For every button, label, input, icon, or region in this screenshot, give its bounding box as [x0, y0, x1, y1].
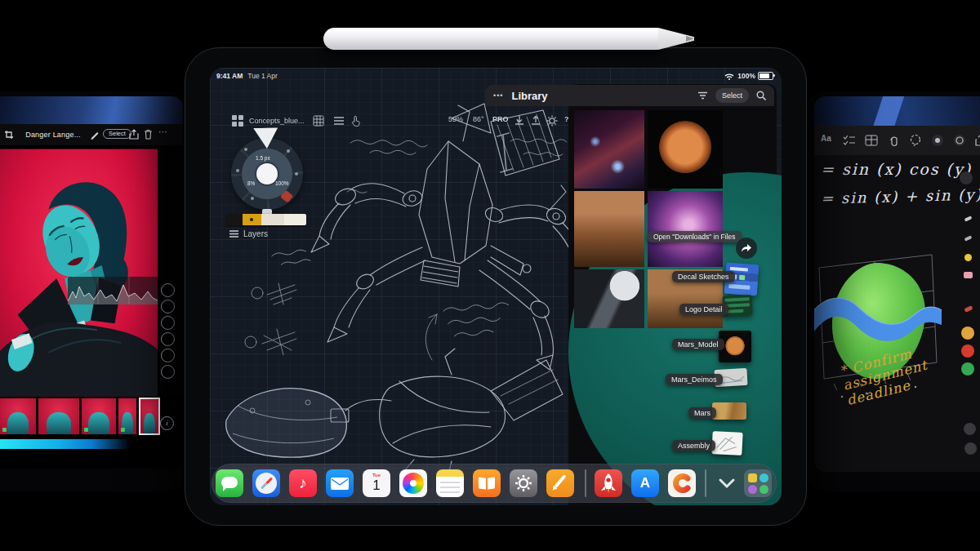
dock-icon-books[interactable]	[473, 469, 501, 497]
crop-tool-icon[interactable]	[161, 316, 175, 330]
zoom-level[interactable]: 59%	[448, 115, 463, 123]
dock-icon-music[interactable]: ♪	[289, 469, 317, 497]
dock-icon-draw[interactable]	[546, 469, 574, 497]
pen-red-icon[interactable]	[964, 305, 973, 313]
app-library-icon[interactable]	[744, 469, 772, 497]
checklist-icon[interactable]	[843, 134, 856, 147]
dock-icon-notes[interactable]	[436, 469, 464, 497]
info-icon[interactable]: i	[160, 416, 174, 430]
drag-item-label[interactable]: Mars_Deimos	[666, 374, 723, 385]
pen-icon[interactable]	[90, 130, 100, 140]
scene: Danger Lange... Select ⋯	[0, 0, 980, 551]
color-bar[interactable]	[226, 214, 306, 225]
filmstrip-thumb-selected[interactable]	[139, 398, 160, 435]
color-swatch-cream[interactable]	[261, 214, 284, 225]
filters-icon[interactable]	[161, 300, 175, 313]
dock-icon-rocket[interactable]	[595, 469, 622, 497]
dock-icon-safari[interactable]	[252, 469, 280, 497]
settings-icon[interactable]	[546, 115, 558, 127]
layers-label: Layers	[243, 229, 268, 238]
library-header: ••• Library Select	[485, 85, 774, 106]
color-red[interactable]	[961, 344, 974, 358]
marker-yellow-icon[interactable]	[964, 254, 972, 261]
drag-item-label[interactable]: Assembly	[672, 440, 715, 451]
color-amber[interactable]	[961, 327, 974, 340]
drag-item-label[interactable]: Mars	[688, 407, 716, 419]
battery-icon	[758, 72, 773, 80]
photo-telescope[interactable]	[574, 269, 644, 328]
drag-thumb-mars[interactable]	[712, 402, 746, 420]
pencil-tool-icon[interactable]	[964, 216, 973, 221]
battery-percent: 100%	[737, 72, 755, 80]
filmstrip-thumb[interactable]	[38, 398, 79, 434]
dock-icon-photos[interactable]	[399, 469, 427, 497]
shape-icon[interactable]	[953, 134, 966, 147]
drag-thumb-assembly[interactable]	[711, 431, 742, 455]
search-icon[interactable]	[756, 91, 766, 100]
left-wallpaper	[0, 96, 183, 124]
brush-icon[interactable]	[161, 349, 175, 362]
center-ipad-screen: 9:41 AM Tue 1 Apr 100%	[210, 68, 782, 505]
more-icon[interactable]: ⋯	[158, 127, 167, 137]
lasso-icon[interactable]	[909, 134, 922, 147]
rotation-value[interactable]: 86°	[473, 115, 484, 123]
text-format-icon[interactable]: Aa	[821, 134, 834, 147]
edited-photo	[0, 149, 158, 397]
color-swatch-black[interactable]	[226, 214, 243, 225]
help-button[interactable]: ?	[564, 115, 569, 123]
color-swatch-gold-selected[interactable]	[243, 214, 261, 225]
drag-item-label[interactable]: Logo Detail	[679, 304, 728, 315]
filter-icon[interactable]	[697, 91, 708, 100]
touch-icon[interactable]	[350, 115, 361, 127]
table-icon[interactable]	[865, 134, 878, 147]
pro-badge[interactable]: PRO	[492, 115, 509, 123]
dock-icon-messages[interactable]	[216, 469, 243, 497]
right-ipad-screen: Aa	[814, 96, 980, 472]
color-green[interactable]	[961, 362, 974, 375]
dock-icon-settings[interactable]	[510, 469, 537, 497]
photo-mars[interactable]	[648, 110, 723, 189]
filmstrip-thumb[interactable]	[82, 398, 116, 434]
tool-button[interactable]	[964, 442, 977, 455]
apps-grid-icon[interactable]	[232, 115, 243, 127]
photo-nebula[interactable]	[574, 110, 644, 189]
dock-icon-mail[interactable]	[326, 469, 354, 497]
highlighter-pink-icon[interactable]	[964, 272, 973, 278]
tool-wheel[interactable]: 1.5 px 8% 100%	[231, 138, 303, 210]
share-icon[interactable]	[129, 129, 139, 140]
dock-icon-c-app[interactable]	[668, 469, 696, 497]
adjust-icon[interactable]	[161, 283, 175, 297]
filmstrip-thumb[interactable]	[118, 398, 136, 434]
heal-icon[interactable]	[161, 332, 175, 346]
tool-button[interactable]	[964, 423, 976, 435]
ellipsis-icon[interactable]: •••	[493, 91, 503, 100]
concepts-toolbar: Concepts_blue... 59% 86° PRO	[210, 113, 569, 128]
dock-icon-app-store[interactable]: A	[631, 469, 659, 497]
paperclip-icon[interactable]	[887, 134, 900, 147]
forward-arrow-icon[interactable]	[736, 238, 757, 259]
drag-item-label[interactable]: Decal Sketches	[672, 271, 735, 282]
status-bar: 9:41 AM Tue 1 Apr 100%	[210, 70, 782, 82]
scroll-button[interactable]	[960, 171, 973, 184]
loop-icon[interactable]	[161, 365, 175, 379]
drag-item-label[interactable]: Mars_Model	[672, 339, 724, 350]
photo-purple-nebula[interactable]	[648, 191, 723, 267]
dock-icon-calendar[interactable]: Tue 1	[363, 469, 390, 497]
filmstrip-thumb[interactable]	[0, 398, 36, 434]
layers-button[interactable]: Layers	[229, 229, 268, 238]
color-swatch-white[interactable]	[284, 214, 306, 225]
select-button[interactable]: Select	[103, 129, 131, 139]
pen-icon[interactable]	[931, 134, 944, 147]
photo-mars-surface[interactable]	[574, 191, 644, 267]
rows-icon[interactable]	[333, 115, 345, 127]
export-icon[interactable]	[530, 115, 541, 127]
crop-icon[interactable]	[4, 130, 14, 140]
document-title[interactable]: Concepts_blue...	[249, 117, 305, 125]
trash-icon[interactable]	[144, 129, 153, 140]
import-icon[interactable]	[514, 115, 525, 127]
thumbnails-icon[interactable]	[313, 115, 324, 127]
pen-tool-icon[interactable]	[964, 235, 973, 241]
chevron-down-icon[interactable]	[718, 478, 736, 489]
select-button[interactable]: Select	[715, 88, 749, 103]
share-icon[interactable]	[975, 134, 980, 147]
